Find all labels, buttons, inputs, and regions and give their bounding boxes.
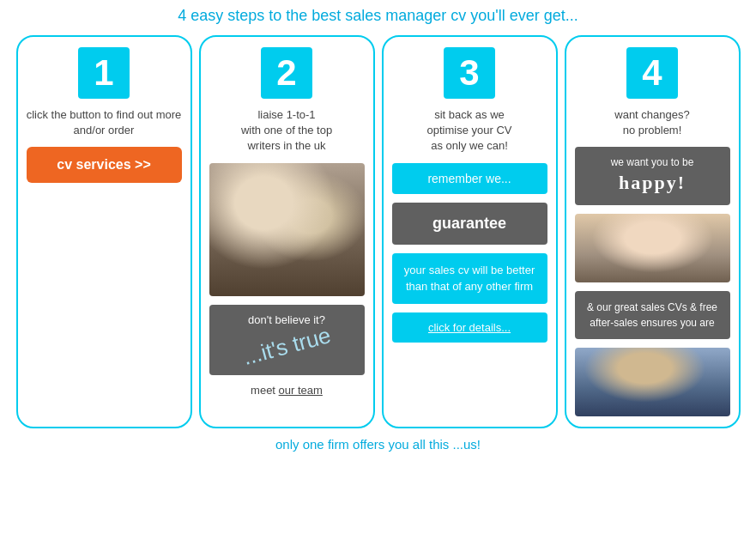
guarantee-box: guarantee <box>392 203 547 245</box>
team-image-inner <box>209 163 365 296</box>
step-4-desc: want changes? no problem! <box>614 107 689 138</box>
step-2-desc: liaise 1-to-1 with one of the top writer… <box>241 107 332 155</box>
step-3-number: 3 <box>444 47 495 99</box>
its-true-text: ...it's true <box>239 322 333 371</box>
click-details-box[interactable]: click for details... <box>392 312 547 343</box>
happy-image-inner <box>575 214 730 282</box>
click-link[interactable]: click for details... <box>428 321 511 334</box>
better-than-box: your sales cv will be better than that o… <box>392 253 547 304</box>
man-image <box>575 348 730 416</box>
step-3-desc: sit back as we optimise your CV as only … <box>427 107 512 155</box>
step-4-number: 4 <box>626 47 678 99</box>
meet-prefix: meet <box>251 384 279 397</box>
column-2: 2 liaise 1-to-1 with one of the top writ… <box>199 35 375 428</box>
meet-team: meet our team <box>251 384 323 397</box>
team-image <box>209 163 365 296</box>
great-sales-box: & our great sales CVs & free after-sales… <box>575 291 730 339</box>
happy-box: we want you to be happy! <box>575 147 730 205</box>
dont-believe-wrapper: don't believe it? ...it's true <box>209 305 365 375</box>
step-2-number: 2 <box>261 47 312 99</box>
column-4: 4 want changes? no problem! we want you … <box>565 35 741 428</box>
column-3: 3 sit back as we optimise your CV as onl… <box>382 35 558 428</box>
columns-wrapper: 1 click the button to find out more and/… <box>7 35 749 428</box>
man-image-inner <box>575 348 730 416</box>
our-team-link[interactable]: our team <box>279 384 323 397</box>
happy-line1: we want you to be <box>611 156 694 168</box>
remember-box: remember we... <box>392 163 547 194</box>
column-1: 1 click the button to find out more and/… <box>16 35 192 428</box>
cv-services-button[interactable]: cv services >> <box>27 147 182 183</box>
dont-believe-text: don't believe it? <box>218 313 356 326</box>
happy-image <box>575 214 730 282</box>
step-1-desc: click the button to find out more and/or… <box>27 107 182 138</box>
page-title: 4 easy steps to the best sales manager c… <box>7 7 749 25</box>
step-1-number: 1 <box>78 47 130 99</box>
happy-word: happy! <box>584 170 722 197</box>
footer-text: only one firm offers you all this ...us! <box>7 437 749 452</box>
